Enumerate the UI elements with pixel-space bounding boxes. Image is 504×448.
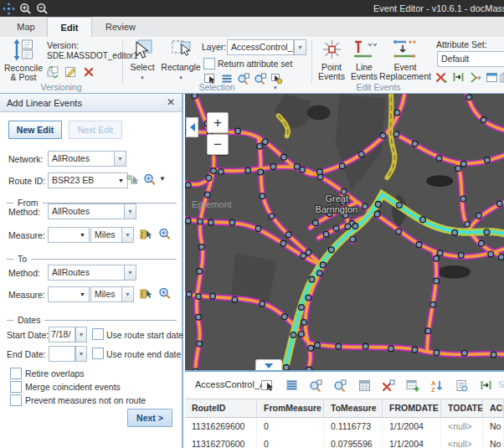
next-button[interactable]: Next > (127, 409, 172, 427)
from-measure-combo[interactable]: ▼ (48, 227, 90, 243)
point-events-button[interactable]: Point Events (316, 39, 347, 81)
use-route-end-checkbox[interactable] (92, 348, 104, 359)
from-unit-arrow[interactable]: ▼ (121, 227, 134, 243)
map-zoom-out-button[interactable]: − (207, 134, 229, 155)
attribute-window-icon[interactable] (485, 70, 499, 84)
new-version-icon[interactable] (64, 65, 78, 79)
attribute-set-label: Attribute Set: (436, 39, 487, 49)
from-method-arrow[interactable]: ▼ (124, 203, 136, 219)
select-icon (126, 39, 159, 62)
split-event-icon[interactable] (451, 70, 465, 84)
map-canvas[interactable]: Egremont Great Barrington + − (185, 94, 504, 370)
table-header-row: RouteID FromMeasure ToMeasure FROMDATE T… (185, 399, 504, 418)
map-zoom-in-button[interactable]: + (207, 112, 229, 133)
table-row[interactable]: 11316269600 0 0.1116773 1/1/2004 <null> … (185, 418, 504, 436)
start-date-arrow[interactable]: ▼ (75, 327, 87, 342)
return-attribute-set-checkbox[interactable] (203, 58, 215, 70)
select-dropdown-caret[interactable]: ▾ (141, 75, 144, 80)
select-button[interactable]: Select ▾ (126, 39, 159, 81)
use-route-start-checkbox[interactable] (92, 328, 104, 340)
retire-overlaps-checkbox[interactable] (10, 368, 22, 379)
network-select[interactable]: AllRoutes (48, 151, 115, 167)
column-header-fromdate[interactable]: FROMDATE (383, 399, 441, 417)
route-select-on-map-icon[interactable] (126, 173, 140, 187)
table-zoom-selected-icon[interactable] (307, 377, 324, 394)
attribute-set-select[interactable]: Default (437, 51, 504, 67)
column-header-tomeasure[interactable]: ToMeasure (324, 399, 383, 417)
use-route-end-label: Use route end date (106, 349, 181, 359)
route-id-caret: ▼ (118, 173, 124, 188)
route-zoom-caret[interactable]: ▼ (159, 177, 166, 182)
column-header-routeid[interactable]: RouteID (185, 399, 257, 417)
layer-select[interactable]: AccessControl_A (227, 39, 294, 55)
to-measure-pick-icon[interactable] (139, 287, 153, 301)
to-method-label: Method: (8, 268, 40, 278)
ribbon-tabs: Map Edit Review (0, 17, 504, 38)
zoom-out-icon[interactable] (33, 1, 50, 16)
from-measure-zoom-icon[interactable] (157, 227, 172, 240)
table-export-icon[interactable] (453, 377, 470, 394)
rectangle-select-icon (161, 39, 201, 62)
map-label-great: Great (326, 193, 348, 203)
rectangle-button[interactable]: Rectangle ▾ (161, 39, 201, 81)
route-zoom-icon[interactable] (142, 173, 157, 186)
to-measure-combo[interactable]: ▼ (48, 286, 90, 302)
from-measure-unit[interactable]: Miles (90, 227, 122, 243)
delete-version-icon[interactable] (81, 65, 95, 79)
tab-review[interactable]: Review (99, 17, 142, 37)
table-list-icon[interactable] (283, 377, 300, 394)
table-sort-icon[interactable]: A Z (429, 377, 445, 394)
tab-map[interactable]: Map (7, 17, 45, 37)
route-id-combo[interactable]: BSR23 EB ▼ (48, 173, 128, 188)
save-button[interactable]: Save (498, 379, 504, 389)
table-calculate-icon[interactable] (356, 377, 373, 394)
table-toolbar: AccessControl_A (185, 372, 504, 399)
from-measure-pick-icon[interactable] (139, 228, 153, 241)
close-icon[interactable]: ✕ (165, 96, 177, 108)
to-method-arrow[interactable]: ▼ (124, 265, 136, 281)
column-header-todate[interactable]: TODATE (441, 399, 483, 417)
event-replacement-icon (378, 39, 432, 62)
line-events-button[interactable]: Line Events (349, 39, 379, 81)
column-header-access[interactable]: ACCESS (483, 399, 504, 417)
column-header-frommeasure[interactable]: FromMeasure (257, 399, 324, 417)
network-select-arrow[interactable]: ▼ (114, 151, 126, 167)
use-route-start-label: Use route start date (106, 330, 183, 340)
selection-group-label: Selection (122, 82, 311, 92)
start-date-input[interactable]: 7/18/ (49, 327, 75, 342)
table-delete-selected-icon[interactable] (380, 377, 397, 394)
to-measure-zoom-icon[interactable] (157, 286, 172, 300)
merge-events-icon[interactable] (469, 70, 483, 84)
tab-edit[interactable]: Edit (47, 17, 92, 37)
to-unit-arrow[interactable]: ▼ (121, 286, 134, 302)
event-replacement-button[interactable]: Event Replacement (378, 39, 432, 81)
prevent-measures-checkbox[interactable] (10, 394, 22, 406)
table-pan-selected-icon[interactable] (332, 377, 348, 394)
event-editor-app: Event Editor - v10.6.1 - docMassDOTR Map… (0, 0, 504, 448)
prevent-measures-label: Prevent measures not on route (25, 395, 146, 405)
layer-select-arrow[interactable]: ▼ (294, 39, 306, 55)
copy-window-icon[interactable] (499, 70, 504, 84)
pan-icon[interactable] (0, 1, 17, 16)
end-date-label: End Date: (7, 349, 46, 359)
table-row[interactable]: 11316270600 0 0.0795596 1/1/2004 <null> … (185, 435, 504, 448)
end-date-arrow[interactable]: ▼ (75, 346, 87, 362)
next-edit-button[interactable]: Next Edit (69, 121, 122, 139)
retire-overlaps-label: Retire overlaps (25, 368, 85, 378)
rectangle-dropdown-caret[interactable]: ▾ (179, 75, 183, 80)
end-date-input[interactable] (49, 346, 75, 362)
table-split-icon[interactable] (477, 377, 494, 394)
collapse-panel-left-button[interactable] (186, 117, 198, 137)
new-edit-button[interactable]: New Edit (8, 121, 62, 139)
collapse-table-button[interactable] (255, 359, 282, 370)
map-and-table-area: Egremont Great Barrington + − AccessCont… (185, 94, 504, 448)
table-add-row-icon[interactable] (404, 377, 421, 394)
table-shape-select-icon[interactable] (259, 377, 275, 394)
zoom-in-icon[interactable] (17, 1, 33, 16)
merge-coincident-checkbox[interactable] (10, 381, 22, 393)
to-method-select[interactable]: AllRoutes (48, 265, 125, 281)
reconcile-post-button[interactable]: Reconcile & Post (3, 39, 44, 82)
from-method-select[interactable]: AllRoutes (48, 203, 125, 219)
to-measure-unit[interactable]: Miles (90, 286, 122, 302)
refresh-version-icon[interactable] (46, 65, 60, 79)
